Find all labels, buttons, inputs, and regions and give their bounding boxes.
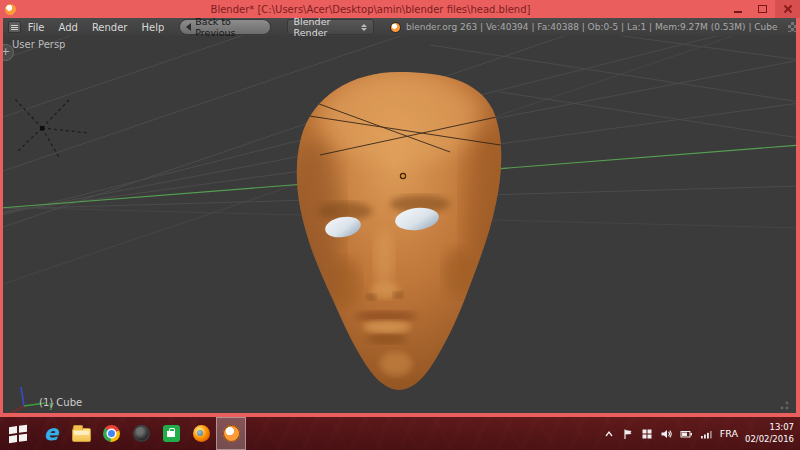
- minimize-icon: [734, 11, 742, 13]
- volume-icon[interactable]: [660, 428, 673, 440]
- chrome-icon: [103, 425, 120, 442]
- info-header: File Add Render Help Back to Previous Bl…: [3, 18, 796, 37]
- render-engine-select[interactable]: Blender Render: [287, 19, 374, 35]
- windows-logo-icon: [9, 425, 27, 443]
- maximize-button[interactable]: [750, 0, 775, 18]
- head-model[interactable]: [283, 72, 520, 390]
- firefox-icon: [193, 425, 210, 442]
- window-title: Blender* [C:\Users\Acer\Desktop\amin\ble…: [16, 4, 725, 15]
- select-arrows-icon: [361, 24, 367, 31]
- internet-explorer-icon: e: [44, 423, 58, 444]
- scene-stats: blender.org 263 | Ve:40394 | Fa:40388 | …: [390, 22, 778, 33]
- blender-taskbar-icon: [223, 425, 240, 442]
- action-center-flag-icon[interactable]: [622, 428, 634, 440]
- language-indicator[interactable]: FRA: [720, 428, 738, 439]
- back-to-previous-label: Back to Previous: [195, 16, 260, 38]
- taskbar-item-internet-explorer[interactable]: e: [36, 417, 66, 450]
- blender-window: Blender* [C:\Users\Acer\Desktop\amin\ble…: [0, 0, 800, 417]
- maximize-icon: [758, 5, 767, 13]
- menu-help[interactable]: Help: [134, 22, 171, 33]
- windows-store-icon: [163, 425, 180, 442]
- titlebar: Blender* [C:\Users\Acer\Desktop\amin\ble…: [0, 0, 800, 18]
- close-button[interactable]: [775, 0, 800, 18]
- blender-logo-icon: [390, 22, 401, 33]
- system-tray: FRA 13:07 02/02/2016: [603, 422, 800, 444]
- file-explorer-icon: [72, 428, 91, 442]
- viewport-3d[interactable]: y User Persp (1) Cube +: [3, 36, 796, 413]
- taskbar-item-blender-active[interactable]: [216, 417, 246, 450]
- close-icon: [784, 5, 792, 13]
- scene-stats-text: blender.org 263 | Ve:40394 | Fa:40388 | …: [406, 22, 778, 32]
- resize-grip[interactable]: [781, 402, 789, 410]
- camera-object[interactable]: [15, 99, 89, 159]
- view-mode-label: User Persp: [12, 39, 65, 50]
- minimize-button[interactable]: [725, 0, 750, 18]
- render-engine-value: Blender Render: [294, 16, 354, 38]
- taskbar-item-firefox[interactable]: [186, 417, 216, 450]
- windows-taskbar: e FRA: [0, 417, 800, 450]
- tray-clock[interactable]: 13:07 02/02/2016: [745, 422, 794, 444]
- media-app-icon: [133, 425, 150, 442]
- battery-icon[interactable]: [680, 428, 693, 440]
- menu-add[interactable]: Add: [52, 22, 85, 33]
- blender-app-icon: [5, 4, 16, 15]
- back-arrow-icon: [186, 23, 191, 31]
- object-origin-dot[interactable]: [400, 173, 405, 178]
- window-controls: [725, 0, 800, 18]
- editor-type-selector[interactable]: [8, 21, 21, 33]
- show-hidden-icons-caret[interactable]: [603, 428, 615, 440]
- start-button[interactable]: [0, 417, 36, 450]
- viewport-scene: y: [3, 36, 796, 413]
- network-signal-icon[interactable]: [700, 428, 713, 440]
- tray-time: 13:07: [745, 422, 794, 433]
- back-to-previous-button[interactable]: Back to Previous: [179, 19, 270, 35]
- tray-grid-icon[interactable]: [641, 428, 653, 440]
- menu-render[interactable]: Render: [85, 22, 135, 33]
- taskbar-item-chrome[interactable]: [96, 417, 126, 450]
- active-object-label: (1) Cube: [39, 397, 82, 408]
- taskbar-item-media-app[interactable]: [126, 417, 156, 450]
- tray-date: 02/02/2016: [745, 434, 794, 445]
- taskbar-item-windows-store[interactable]: [156, 417, 186, 450]
- layout-grip-icon[interactable]: [788, 22, 796, 32]
- taskbar-item-file-explorer[interactable]: [66, 417, 96, 450]
- menu-file[interactable]: File: [21, 22, 52, 33]
